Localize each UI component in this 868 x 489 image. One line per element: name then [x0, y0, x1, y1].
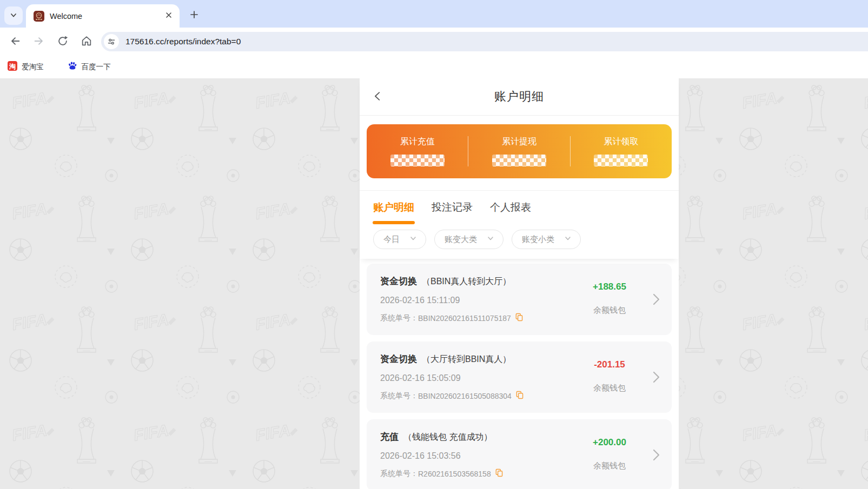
transaction-amount-block: +188.65 余额钱包: [580, 275, 639, 325]
site-favicon-icon: [34, 11, 44, 22]
chevron-down-icon: [564, 235, 572, 244]
bookmark-baidu[interactable]: 百度一下: [68, 61, 111, 73]
browser-toolbar: 175616.cc/reports/index?tab=0: [0, 28, 868, 56]
browser-tab[interactable]: Welcome: [26, 4, 180, 28]
active-tab-underline: [373, 221, 415, 224]
stat-total-withdraw: 累计提现: [468, 124, 569, 178]
masked-value: [594, 155, 648, 166]
tab-personal-report[interactable]: 个人报表: [490, 200, 531, 230]
copy-icon: [515, 391, 524, 401]
chevron-right-icon: [650, 448, 662, 462]
stat-label: 累计充值: [400, 136, 435, 148]
transaction-datetime: 2026-02-16 15:11:09: [380, 296, 580, 305]
transaction-amount: -201.15: [594, 359, 625, 370]
home-icon: [81, 35, 92, 49]
stat-label: 累计领取: [604, 136, 638, 148]
filter-minor-category-dropdown[interactable]: 账变小类: [512, 230, 581, 249]
masked-value: [390, 155, 445, 166]
page-viewport: FIFA: [0, 78, 868, 489]
copy-order-button[interactable]: [515, 391, 524, 401]
tab-title: Welcome: [50, 12, 158, 21]
stats-section: 累计充值 累计提现 累计领取: [360, 116, 679, 191]
main-panel: 账户明细 累计充值 累计提现 累计领取: [360, 78, 679, 489]
chevron-right-icon: [650, 370, 662, 384]
arrow-left-icon: [9, 35, 21, 49]
transaction-amount: +188.65: [593, 282, 626, 292]
transaction-wallet: 余额钱包: [593, 305, 626, 316]
transaction-amount-block: +200.00 余额钱包: [580, 431, 639, 481]
browser-tab-strip: Welcome: [0, 0, 868, 28]
filter-label: 账变大类: [445, 235, 477, 245]
transaction-note: （大厅转到BBIN真人）: [422, 354, 511, 365]
order-number: BBIN202602161511075187: [418, 314, 511, 323]
transaction-info: 资金切换 （大厅转到BBIN真人） 2026-02-16 15:05:09 系统…: [380, 353, 580, 403]
transaction-row[interactable]: 资金切换 （大厅转到BBIN真人） 2026-02-16 15:05:09 系统…: [367, 341, 672, 413]
url-text: 175616.cc/reports/index?tab=0: [125, 37, 241, 46]
page-back-button[interactable]: [368, 87, 388, 106]
copy-order-button[interactable]: [495, 468, 503, 479]
masked-value: [492, 155, 546, 166]
chevron-down-icon: [487, 235, 494, 244]
transaction-list: 资金切换 （BBIN真人转到大厅） 2026-02-16 15:11:09 系统…: [360, 259, 679, 489]
back-button[interactable]: [3, 30, 27, 53]
order-label: 系统单号：: [380, 313, 418, 323]
transaction-info: 充值 （钱能钱包 充值成功） 2026-02-16 15:03:56 系统单号：…: [380, 431, 580, 481]
order-number: BBIN202602161505088304: [418, 392, 512, 400]
stat-label: 累计提现: [502, 136, 536, 148]
address-bar[interactable]: 175616.cc/reports/index?tab=0: [101, 32, 868, 51]
tab-label: 个人报表: [490, 202, 531, 213]
filter-major-category-dropdown[interactable]: 账变大类: [434, 230, 503, 249]
copy-icon: [515, 313, 523, 323]
bookmark-label: 百度一下: [82, 62, 111, 72]
reload-button[interactable]: [51, 30, 75, 53]
filter-label: 账变小类: [522, 235, 554, 245]
transaction-info: 资金切换 （BBIN真人转到大厅） 2026-02-16 15:11:09 系统…: [380, 275, 580, 325]
copy-order-button[interactable]: [515, 313, 523, 323]
svg-text:淘: 淘: [9, 63, 16, 70]
copy-icon: [495, 468, 503, 479]
filter-date-dropdown[interactable]: 今日: [373, 230, 426, 249]
transaction-row[interactable]: 充值 （钱能钱包 充值成功） 2026-02-16 15:03:56 系统单号：…: [367, 419, 672, 489]
reload-icon: [57, 35, 69, 49]
transaction-wallet: 余额钱包: [593, 461, 626, 471]
tab-bet-records[interactable]: 投注记录: [432, 200, 473, 230]
transaction-type: 资金切换: [380, 275, 417, 287]
transaction-row[interactable]: 资金切换 （BBIN真人转到大厅） 2026-02-16 15:11:09 系统…: [367, 264, 672, 335]
tab-close-button[interactable]: [163, 11, 174, 22]
home-button[interactable]: [75, 30, 98, 53]
arrow-right-icon: [33, 35, 45, 49]
tab-search-button[interactable]: [4, 6, 23, 25]
chevron-down-icon: [409, 235, 417, 244]
chevron-down-icon: [10, 11, 17, 21]
transaction-note: （钱能钱包 充值成功）: [403, 432, 492, 443]
panel-header-block: 账户明细 累计充值 累计提现 累计领取: [360, 78, 679, 259]
transaction-wallet: 余额钱包: [593, 383, 626, 393]
chevron-right-icon: [650, 292, 662, 306]
order-label: 系统单号：: [380, 391, 418, 401]
forward-button[interactable]: [27, 30, 51, 53]
transaction-type: 充值: [380, 431, 399, 443]
transaction-note: （BBIN真人转到大厅）: [422, 276, 511, 287]
order-number: R2602161503568158: [418, 470, 491, 478]
transaction-datetime: 2026-02-16 15:05:09: [380, 373, 580, 383]
tab-account-detail[interactable]: 账户明细: [373, 200, 414, 230]
close-icon: [165, 12, 172, 20]
filters-row: 今日 账变大类 账变小类: [360, 230, 679, 259]
stats-card: 累计充值 累计提现 累计领取: [367, 124, 672, 178]
stat-total-deposit: 累计充值: [367, 124, 468, 178]
report-tabs: 账户明细 投注记录 个人报表: [360, 191, 679, 230]
new-tab-button[interactable]: [186, 7, 202, 23]
transaction-amount-block: -201.15 余额钱包: [580, 353, 639, 403]
tab-label: 投注记录: [432, 202, 473, 213]
bookmark-taobao[interactable]: 淘 爱淘宝: [8, 61, 44, 73]
plus-icon: [190, 10, 198, 21]
transaction-datetime: 2026-02-16 15:03:56: [380, 451, 580, 461]
bookmarks-bar: 淘 爱淘宝 百度一下: [0, 56, 868, 78]
page-header: 账户明细: [360, 78, 679, 116]
transaction-amount: +200.00: [593, 437, 626, 448]
site-info-button[interactable]: [104, 34, 119, 49]
tab-label: 账户明细: [373, 202, 414, 213]
baidu-icon: [68, 61, 77, 73]
filter-label: 今日: [383, 235, 400, 245]
bookmark-label: 爱淘宝: [22, 62, 44, 72]
